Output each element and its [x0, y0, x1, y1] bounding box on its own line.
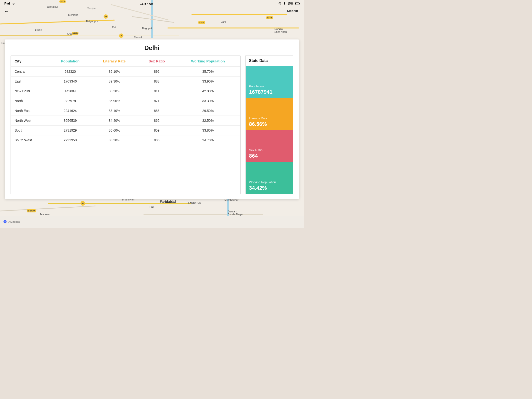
literacy-cell: 88.30% [91, 86, 138, 96]
ipad-label: iPad [4, 2, 10, 5]
col-header-sexratio: Sex Ratio [138, 56, 176, 67]
mapbox-logo: © Mapbox [3, 220, 20, 223]
at-symbol: @ [279, 2, 281, 5]
mapbox-icon [3, 220, 7, 223]
svg-point-4 [5, 221, 6, 222]
working-cell: 35.70% [176, 67, 241, 76]
sexratio-cell: 892 [138, 67, 176, 76]
city-cell: New Delhi [11, 86, 50, 96]
working-cell: 34.70% [176, 135, 241, 145]
sexratio-cell: 862 [138, 116, 176, 126]
working-cell: 33.90% [176, 76, 241, 86]
literacy-cell: 83.10% [91, 106, 138, 116]
literacy-cell: 86.60% [91, 126, 138, 135]
stat-card-sexratio: Sex Ratio 864 [246, 130, 293, 162]
status-left: iPad [4, 2, 15, 5]
population-cell: 887978 [50, 96, 91, 106]
battery-icon [295, 2, 300, 5]
map-road [0, 35, 72, 36]
state-panel-title: State Data [246, 56, 293, 66]
population-cell: 582320 [50, 67, 91, 76]
working-cell: 32.50% [176, 116, 241, 126]
working-cell: 29.50% [176, 106, 241, 116]
population-cell: 2731929 [50, 126, 91, 135]
table-row: North East 2241624 83.10% 886 29.50% [11, 106, 241, 116]
card-title: Delhi [11, 44, 293, 52]
battery-label: 15% [288, 2, 293, 5]
city-cell: North East [11, 106, 50, 116]
city-cell: South [11, 126, 50, 135]
table-row: South 2731929 86.60% 859 33.80% [11, 126, 241, 135]
literacy-cell: 88.30% [91, 135, 138, 145]
literacy-cell: 84.40% [91, 116, 138, 126]
city-table: City Population Literacy Rate Sex Ratio … [11, 56, 241, 145]
card-body: City Population Literacy Rate Sex Ratio … [11, 56, 293, 194]
city-cell: South West [11, 135, 50, 145]
working-cell: 42.00% [176, 86, 241, 96]
population-cell: 2241624 [50, 106, 91, 116]
sexratio-cell: 886 [138, 106, 176, 116]
table-row: East 1709346 89.30% 883 33.90% [11, 76, 241, 86]
map-road [48, 203, 191, 204]
status-time: 11:57 AM [140, 2, 154, 6]
population-label: Population [249, 84, 290, 88]
stat-card-working: Working Population 34.42% [246, 162, 293, 194]
population-cell: 2292958 [50, 135, 91, 145]
working-cell: 33.30% [176, 96, 241, 106]
col-header-literacy: Literacy Rate [91, 56, 138, 67]
meerut-label: Meerut [287, 9, 298, 13]
col-header-city: City [11, 56, 50, 67]
mapbox-text: © Mapbox [8, 220, 20, 223]
svg-rect-2 [295, 3, 296, 5]
sexratio-label: Sex Ratio [249, 148, 290, 152]
sexratio-cell: 836 [138, 135, 176, 145]
bluetooth-icon [283, 2, 286, 5]
road-shield: 2 [119, 33, 123, 38]
population-cell: 142004 [50, 86, 91, 96]
state-panel: State Data Population 16787941 Literacy … [245, 56, 293, 194]
col-header-population: Population [50, 56, 91, 67]
sexratio-cell: 859 [138, 126, 176, 135]
map-road [167, 27, 299, 28]
city-cell: East [11, 76, 50, 86]
literacy-cell: 85.10% [91, 67, 138, 76]
sexratio-cell: 811 [138, 86, 176, 96]
wifi-icon [12, 2, 15, 5]
table-row: Central 582320 85.10% 892 35.70% [11, 67, 241, 76]
status-bar: iPad 11:57 AM @ 15% [0, 0, 304, 7]
table-row: North 887978 86.90% 871 33.30% [11, 96, 241, 106]
col-header-working: Working Population [176, 56, 241, 67]
city-cell: North [11, 96, 50, 106]
road-shield: 44 [104, 14, 108, 19]
content-card: Delhi City Population Literacy Rate Sex … [5, 39, 299, 199]
city-cell: Central [11, 67, 50, 76]
road-shield: 48 [80, 201, 85, 206]
sexratio-value: 864 [249, 153, 290, 159]
literacy-value: 86.56% [249, 121, 290, 127]
road-shield: 334B [266, 16, 273, 19]
map-road [191, 14, 287, 15]
bottom-bar: © Mapbox [0, 216, 304, 228]
stat-card-literacy: Literacy Rate 86.56% [246, 98, 293, 130]
literacy-cell: 89.30% [91, 76, 138, 86]
data-table: City Population Literacy Rate Sex Ratio … [11, 56, 241, 194]
city-cell: North West [11, 116, 50, 126]
back-button[interactable]: ← [4, 8, 9, 15]
table-row: North West 3656539 84.40% 862 32.50% [11, 116, 241, 126]
working-cell: 33.80% [176, 126, 241, 135]
stat-card-population: Population 16787941 [246, 66, 293, 98]
sexratio-cell: 883 [138, 76, 176, 86]
working-value: 34.42% [249, 185, 290, 191]
status-right: @ 15% [279, 2, 300, 5]
literacy-cell: 86.90% [91, 96, 138, 106]
table-row: New Delhi 142004 88.30% 811 42.00% [11, 86, 241, 96]
population-cell: 1709346 [50, 76, 91, 86]
road-shield: 334B [198, 21, 205, 24]
working-label: Working Population [249, 180, 290, 184]
table-header-row: City Population Literacy Rate Sex Ratio … [11, 56, 241, 67]
table-row: South West 2292958 88.30% 836 34.70% [11, 135, 241, 145]
population-cell: 3656539 [50, 116, 91, 126]
population-value: 16787941 [249, 89, 290, 95]
map-road [144, 214, 263, 215]
road-shield: NH352W [27, 209, 36, 212]
